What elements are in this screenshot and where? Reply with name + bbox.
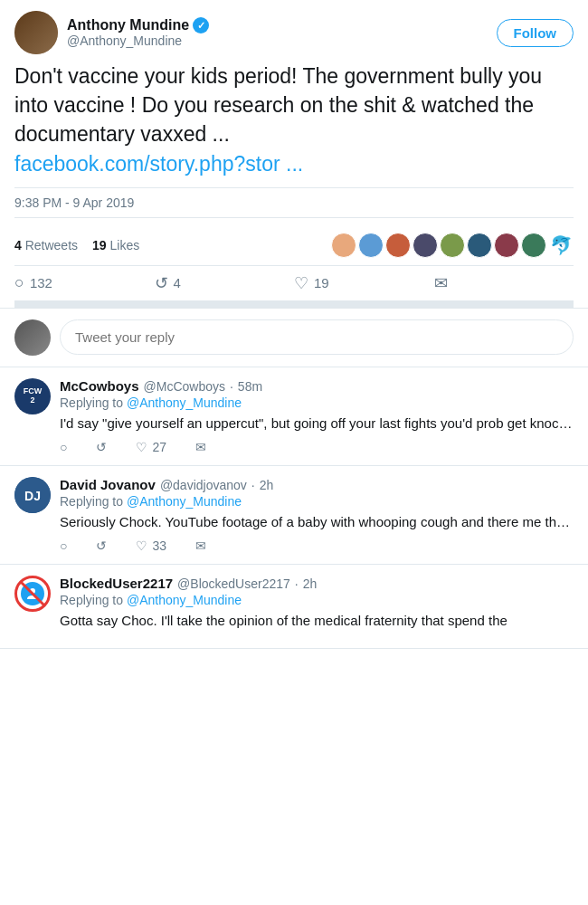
davidjovanov-reply-btn[interactable]: ○ xyxy=(60,538,67,553)
blockeduser-header: BlockedUser2217 @BlockedUser2217 · 2h xyxy=(60,576,574,591)
mccowboys-like-count: 27 xyxy=(152,440,166,454)
svg-text:DJ: DJ xyxy=(24,489,41,503)
davidjovanov-reply-link[interactable]: @Anthony_Mundine xyxy=(127,494,242,509)
mccowboys-time: · xyxy=(230,379,233,394)
davidjovanov-dot: · xyxy=(251,478,255,492)
tweet-actions-row: ○ 132 ↺ 4 ♡ 19 ✉ xyxy=(14,266,574,308)
retweet-count: 4 xyxy=(174,275,181,291)
davidjovanov-header: David Jovanov @davidjovanov · 2h xyxy=(60,477,574,492)
davidjovanov-screen-name[interactable]: @davidjovanov xyxy=(160,478,247,492)
like-icon-1: ♡ xyxy=(136,440,147,454)
mail-action[interactable]: ✉ xyxy=(434,273,574,293)
display-name[interactable]: Anthony Mundine ✓ xyxy=(67,17,209,33)
davidjovanov-avatar: DJ xyxy=(14,477,51,513)
mccowboys-avatar: FCW2 xyxy=(14,378,51,414)
tweet-link[interactable]: facebook.com/story.php?stor ... xyxy=(14,152,303,176)
mail-icon-2: ✉ xyxy=(195,538,206,553)
blockeduser-reply-link[interactable]: @Anthony_Mundine xyxy=(127,593,242,607)
retweet-action[interactable]: ↺ 4 xyxy=(155,273,295,293)
author-avatar[interactable] xyxy=(14,11,58,54)
blockeduser-dot: · xyxy=(295,576,299,591)
mccowboys-reply-btn[interactable]: ○ xyxy=(60,440,67,454)
davidjovanov-replying-to: Replying to @Anthony_Mundine xyxy=(60,494,574,509)
blockeduser-avatar xyxy=(14,576,51,612)
like-icon: ♡ xyxy=(294,273,308,293)
dolphin-icon: 🐬 xyxy=(548,233,574,258)
like-count: 19 xyxy=(314,275,329,291)
mccowboys-actions: ○ ↺ ♡ 27 ✉ xyxy=(60,440,574,454)
reply-icon-1: ○ xyxy=(60,440,67,454)
blockeduser-content: BlockedUser2217 @BlockedUser2217 · 2h Re… xyxy=(60,576,574,637)
mail-icon: ✉ xyxy=(434,273,448,293)
retweet-icon-1: ↺ xyxy=(96,440,107,454)
tweet-body: Don't vaccine your kids period! The gove… xyxy=(14,62,574,178)
reaction-avatar-8 xyxy=(521,233,546,258)
reaction-avatar-2 xyxy=(358,233,384,258)
davidjovanov-text: Seriously Chock. YouTube footage of a ba… xyxy=(60,512,574,531)
mccowboys-like-btn[interactable]: ♡ 27 xyxy=(136,440,166,454)
davidjovanov-display-name[interactable]: David Jovanov xyxy=(60,477,156,492)
reaction-avatars: 🐬 xyxy=(331,233,574,258)
reply-blockeduser: BlockedUser2217 @BlockedUser2217 · 2h Re… xyxy=(0,565,588,649)
davidjovanov-actions: ○ ↺ ♡ 33 ✉ xyxy=(60,538,574,553)
mccowboys-mail-btn[interactable]: ✉ xyxy=(195,440,206,454)
like-icon-2: ♡ xyxy=(136,538,147,553)
tweet-timestamp: 9:38 PM - 9 Apr 2019 xyxy=(14,187,574,218)
reply-area xyxy=(0,309,588,367)
davidjovanov-mail-btn[interactable]: ✉ xyxy=(195,538,206,553)
davidjovanov-retweet-btn[interactable]: ↺ xyxy=(96,538,107,553)
davidjovanov-like-count: 33 xyxy=(152,538,166,553)
reply-input[interactable] xyxy=(60,319,574,355)
retweet-icon-2: ↺ xyxy=(96,538,107,553)
reply-action[interactable]: ○ 132 xyxy=(14,273,155,292)
screen-name[interactable]: @Anthony_Mundine xyxy=(67,33,209,48)
tweet-header: Anthony Mundine ✓ @Anthony_Mundine Follo… xyxy=(0,0,588,309)
blockeduser-time: 2h xyxy=(303,576,318,591)
mccowboys-reply-link[interactable]: @Anthony_Mundine xyxy=(127,395,242,410)
retweet-icon: ↺ xyxy=(155,273,168,293)
tweet-stats-row: 4 Retweets 19 Likes 🐬 xyxy=(14,225,574,266)
mail-icon-1: ✉ xyxy=(195,440,206,454)
reaction-avatar-6 xyxy=(467,233,492,258)
tweet-user-row: Anthony Mundine ✓ @Anthony_Mundine Follo… xyxy=(14,11,574,54)
reaction-avatar-1 xyxy=(331,233,356,258)
blockeduser-display-name[interactable]: BlockedUser2217 xyxy=(60,576,173,591)
reply-icon-2: ○ xyxy=(60,538,67,553)
reaction-avatar-5 xyxy=(440,233,465,258)
mccowboys-retweet-btn[interactable]: ↺ xyxy=(96,440,107,454)
davidjovanov-time: 2h xyxy=(260,478,274,492)
follow-button[interactable]: Follow xyxy=(497,19,574,47)
user-name-block: Anthony Mundine ✓ @Anthony_Mundine xyxy=(67,17,209,48)
davidjovanov-content: David Jovanov @davidjovanov · 2h Replyin… xyxy=(60,477,574,553)
reaction-avatar-4 xyxy=(413,233,438,258)
blockeduser-replying-to: Replying to @Anthony_Mundine xyxy=(60,593,574,607)
like-action[interactable]: ♡ 19 xyxy=(294,273,434,293)
mccowboys-text: I'd say "give yourself an uppercut", but… xyxy=(60,414,574,433)
verified-badge: ✓ xyxy=(193,17,209,33)
reaction-avatar-7 xyxy=(494,233,519,258)
reply-count: 132 xyxy=(30,275,52,291)
mccowboys-header: McCowboys @McCowboys · 58m xyxy=(60,378,574,394)
reaction-avatar-3 xyxy=(385,233,411,258)
retweet-stat[interactable]: 4 Retweets xyxy=(14,238,78,252)
reply-icon: ○ xyxy=(14,273,24,292)
reply-davidjovanov: DJ David Jovanov @davidjovanov · 2h Repl… xyxy=(0,466,588,565)
mccowboys-content: McCowboys @McCowboys · 58m Replying to @… xyxy=(60,378,574,454)
davidjovanov-like-btn[interactable]: ♡ 33 xyxy=(136,538,166,553)
reply-mccowboys: FCW2 McCowboys @McCowboys · 58m Replying… xyxy=(0,367,588,466)
blockeduser-screen-name[interactable]: @BlockedUser2217 xyxy=(177,576,290,591)
like-stat[interactable]: 19 Likes xyxy=(92,238,139,252)
current-user-avatar xyxy=(14,319,51,356)
mccowboys-screen-name[interactable]: @McCowboys xyxy=(144,379,225,394)
tweet-user-info: Anthony Mundine ✓ @Anthony_Mundine xyxy=(14,11,209,54)
main-tweet-container: Anthony Mundine ✓ @Anthony_Mundine Follo… xyxy=(0,0,588,649)
mccowboys-replying-to: Replying to @Anthony_Mundine xyxy=(60,395,574,410)
mccowboys-display-name[interactable]: McCowboys xyxy=(60,378,139,394)
mccowboys-time-val: 58m xyxy=(238,379,262,394)
blockeduser-text: Gotta say Choc. I'll take the opinion of… xyxy=(60,611,574,630)
